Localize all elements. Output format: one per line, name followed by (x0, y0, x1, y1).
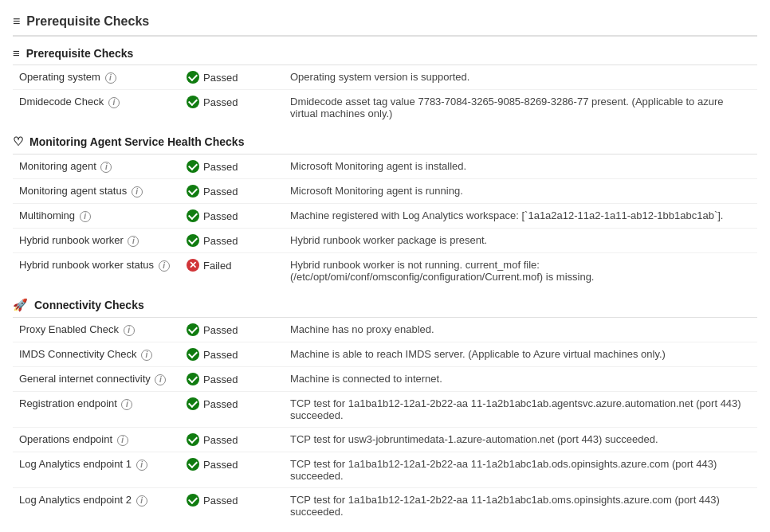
table-row: Log Analytics endpoint 2 iPassedTCP test… (13, 488, 757, 524)
passed-icon (187, 160, 199, 173)
info-icon-connectivity-5[interactable]: i (136, 460, 147, 471)
status-label: Passed (203, 324, 238, 336)
info-icon-connectivity-2[interactable]: i (155, 374, 166, 385)
table-row: Hybrid runbook worker status i✕FailedHyb… (13, 253, 757, 289)
section-header-connectivity: 🚀Connectivity Checks (13, 291, 757, 318)
status-label: Passed (203, 96, 238, 108)
check-status-connectivity-1: Passed (180, 342, 284, 367)
check-status-monitoring-2: Passed (180, 204, 284, 229)
passed-icon (187, 323, 199, 336)
check-detail-connectivity-5: TCP test for 1a1ba1b12-12a1-2b22-aa 11-1… (284, 452, 757, 488)
status-label: Passed (203, 72, 238, 84)
check-detail-monitoring-4: Hybrid runbook worker is not running. cu… (284, 253, 757, 289)
section-icon-monitoring: ♡ (13, 135, 23, 149)
info-icon-connectivity-6[interactable]: i (136, 495, 147, 507)
status-label: Failed (203, 260, 231, 272)
section-icon-prerequisite: ≡ (13, 46, 20, 60)
info-icon-monitoring-4[interactable]: i (159, 260, 170, 272)
check-status-monitoring-3: Passed (180, 229, 284, 253)
table-row: Hybrid runbook worker iPassedHybrid runb… (13, 229, 757, 253)
check-detail-connectivity-6: TCP test for 1a1ba1b12-12a1-2b22-aa 11-1… (284, 488, 757, 524)
section-title-connectivity: Connectivity Checks (34, 299, 144, 311)
info-icon-connectivity-3[interactable]: i (121, 399, 132, 410)
check-name-monitoring-1: Monitoring agent status i (13, 179, 180, 204)
passed-icon (187, 433, 199, 446)
status-label: Passed (203, 349, 238, 361)
check-detail-monitoring-0: Microsoft Monitoring agent is installed. (284, 155, 757, 179)
check-detail-prerequisite-1: Dmidecode asset tag value 7783-7084-3265… (284, 90, 757, 126)
table-row: Operating system iPassedOperating system… (13, 65, 757, 90)
section-icon-connectivity: 🚀 (13, 298, 28, 312)
table-row: Monitoring agent iPassedMicrosoft Monito… (13, 155, 757, 179)
check-name-monitoring-3: Hybrid runbook worker i (13, 229, 180, 253)
table-row: General internet connectivity iPassedMac… (13, 367, 757, 392)
table-row: Monitoring agent status iPassedMicrosoft… (13, 179, 757, 204)
check-status-connectivity-6: Passed (180, 488, 284, 524)
check-name-connectivity-5: Log Analytics endpoint 1 i (13, 452, 180, 488)
check-name-connectivity-6: Log Analytics endpoint 2 i (13, 488, 180, 524)
check-name-connectivity-0: Proxy Enabled Check i (13, 318, 180, 342)
info-icon-connectivity-1[interactable]: i (141, 350, 152, 361)
check-status-connectivity-0: Passed (180, 318, 284, 342)
check-table-monitoring: Monitoring agent iPassedMicrosoft Monito… (13, 155, 757, 288)
check-status-prerequisite-0: Passed (180, 65, 284, 90)
section-header-prerequisite: ≡Prerequisite Checks (13, 40, 757, 65)
page-title-bar: ≡ Prerequisite Checks (13, 6, 757, 37)
table-row: Log Analytics endpoint 1 iPassedTCP test… (13, 452, 757, 488)
status-label: Passed (203, 495, 238, 507)
sections-container: ≡Prerequisite ChecksOperating system iPa… (13, 40, 757, 523)
check-detail-connectivity-4: TCP test for usw3-jobruntimedata-1.azure… (284, 428, 757, 452)
check-detail-monitoring-2: Machine registered with Log Analytics wo… (284, 204, 757, 229)
passed-icon (187, 348, 199, 361)
section-header-monitoring: ♡Monitoring Agent Service Health Checks (13, 128, 757, 155)
passed-icon (187, 397, 199, 410)
check-name-connectivity-4: Operations endpoint i (13, 428, 180, 452)
passed-icon (187, 209, 199, 222)
main-container: ≡ Prerequisite Checks ≡Prerequisite Chec… (0, 0, 770, 530)
table-row: IMDS Connectivity Check iPassedMachine i… (13, 342, 757, 367)
info-icon-monitoring-3[interactable]: i (128, 236, 139, 247)
check-detail-connectivity-1: Machine is able to reach IMDS server. (A… (284, 342, 757, 367)
check-detail-monitoring-1: Microsoft Monitoring agent is running. (284, 179, 757, 204)
status-label: Passed (203, 398, 238, 410)
check-status-connectivity-2: Passed (180, 367, 284, 392)
info-icon-prerequisite-1[interactable]: i (108, 97, 120, 108)
passed-icon (187, 71, 199, 84)
page-title-text: Prerequisite Checks (26, 14, 149, 29)
passed-icon (187, 234, 199, 247)
check-table-connectivity: Proxy Enabled Check iPassedMachine has n… (13, 318, 757, 523)
info-icon-monitoring-0[interactable]: i (100, 162, 112, 173)
check-detail-connectivity-0: Machine has no proxy enabled. (284, 318, 757, 342)
check-status-prerequisite-1: Passed (180, 90, 284, 126)
info-icon-connectivity-0[interactable]: i (124, 325, 135, 336)
check-name-monitoring-2: Multihoming i (13, 204, 180, 229)
passed-icon (187, 373, 199, 385)
check-name-monitoring-4: Hybrid runbook worker status i (13, 253, 180, 289)
table-row: Operations endpoint iPassedTCP test for … (13, 428, 757, 452)
table-row: Proxy Enabled Check iPassedMachine has n… (13, 318, 757, 342)
failed-icon: ✕ (187, 259, 199, 272)
check-status-monitoring-0: Passed (180, 155, 284, 179)
check-name-connectivity-2: General internet connectivity i (13, 367, 180, 392)
status-label: Passed (203, 459, 238, 471)
check-detail-monitoring-3: Hybrid runbook worker package is present… (284, 229, 757, 253)
status-label: Passed (203, 186, 238, 198)
passed-icon (187, 96, 199, 108)
check-table-prerequisite: Operating system iPassedOperating system… (13, 65, 757, 125)
info-icon-monitoring-2[interactable]: i (80, 211, 91, 222)
section-title-prerequisite: Prerequisite Checks (26, 47, 134, 60)
check-status-connectivity-3: Passed (180, 392, 284, 428)
check-detail-prerequisite-0: Operating system version is supported. (284, 65, 757, 90)
check-name-connectivity-3: Registration endpoint i (13, 392, 180, 428)
info-icon-monitoring-1[interactable]: i (132, 186, 143, 198)
check-name-connectivity-1: IMDS Connectivity Check i (13, 342, 180, 367)
check-status-connectivity-5: Passed (180, 452, 284, 488)
table-row: Multihoming iPassedMachine registered wi… (13, 204, 757, 229)
check-detail-connectivity-3: TCP test for 1a1ba1b12-12a1-2b22-aa 11-1… (284, 392, 757, 428)
info-icon-connectivity-4[interactable]: i (117, 435, 128, 446)
table-row: Dmidecode Check iPassedDmidecode asset t… (13, 90, 757, 126)
info-icon-prerequisite-0[interactable]: i (105, 72, 116, 84)
check-status-monitoring-1: Passed (180, 179, 284, 204)
check-name-prerequisite-0: Operating system i (13, 65, 180, 90)
check-detail-connectivity-2: Machine is connected to internet. (284, 367, 757, 392)
